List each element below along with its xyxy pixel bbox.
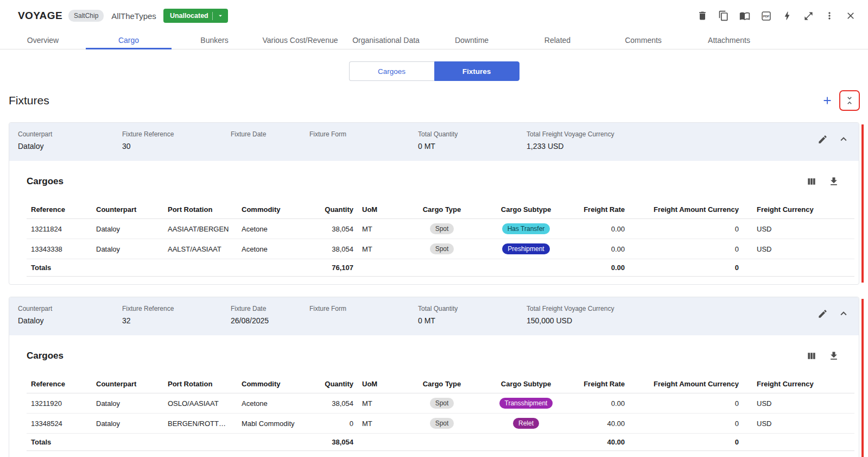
tab-comments[interactable]: Comments (600, 32, 686, 49)
more-menu-button[interactable] (823, 9, 836, 22)
annotation-line (861, 124, 864, 283)
collapse-fixture-button[interactable] (837, 133, 850, 146)
cell-port-rotation: BERGEN/ROTT… (163, 414, 237, 434)
download-button[interactable] (827, 349, 840, 362)
totals-freight-amount-currency: 0 (629, 259, 743, 277)
cell-freight-rate: 0.00 (575, 393, 629, 414)
download-icon (828, 176, 839, 187)
cell-cargo-type: Spot (407, 414, 477, 434)
field-label-total-freight: Total Freight Voyage Currency (527, 130, 816, 138)
ledger-button[interactable] (738, 9, 751, 22)
tab-organisational-data[interactable]: Organisational Data (343, 32, 429, 49)
col-cargo-subtype: Cargo Subtype (477, 374, 575, 393)
tab-bar: Overview Cargo Bunkers Various Cost/Reve… (0, 32, 868, 49)
voyage-header: VOYAGE SaltChip AllTheTypes Unallocated … (0, 0, 868, 32)
cell-freight-rate: 40.00 (575, 414, 629, 434)
cargoes-panel: Cargoes Reference Counterpart Port Rotat… (9, 335, 859, 457)
table-row[interactable]: 13343338 Dataloy AALST/AASIAAT Acetone 3… (27, 239, 854, 259)
chevron-up-icon (838, 308, 850, 320)
tab-related[interactable]: Related (515, 32, 600, 49)
flash-button[interactable] (781, 9, 794, 22)
col-port-rotation: Port Rotation (163, 200, 237, 219)
cell-reference: 13343338 (27, 239, 92, 259)
copy-button[interactable] (717, 9, 730, 22)
edit-fixture-button[interactable] (816, 307, 829, 320)
cargo-type-chip: Spot (430, 243, 454, 254)
table-row[interactable]: 13211920 Dataloy OSLO/AASIAAT Acetone 38… (27, 393, 854, 414)
collapse-fixture-button[interactable] (837, 307, 850, 320)
col-freight-currency: Freight Currency (743, 200, 854, 219)
col-port-rotation: Port Rotation (163, 374, 237, 393)
page-title: VOYAGE (18, 10, 62, 22)
field-value-fixture-form (309, 316, 418, 325)
column-settings-button[interactable] (805, 349, 818, 362)
cell-commodity: Acetone (237, 219, 313, 239)
tab-cargo[interactable]: Cargo (86, 32, 172, 49)
fixture-summary: CounterpartDataloy Fixture Reference30 F… (9, 123, 859, 161)
col-cargo-subtype: Cargo Subtype (477, 200, 575, 219)
cargoes-panel: Cargoes Reference Counterpart Port Rotat… (9, 161, 859, 284)
tab-attachments[interactable]: Attachments (686, 32, 772, 49)
cell-freight-amount-currency: 0 (629, 239, 743, 259)
cell-uom: MT (358, 393, 407, 414)
cell-cargo-type: Spot (407, 239, 477, 259)
download-icon (828, 350, 839, 361)
pdf-export-button[interactable]: PDF (759, 9, 772, 22)
fixtures-title: Fixtures (9, 94, 49, 107)
column-settings-button[interactable] (805, 175, 818, 188)
collapse-all-button[interactable] (843, 94, 856, 107)
field-label-total-freight: Total Freight Voyage Currency (527, 305, 816, 312)
cargo-table: Reference Counterpart Port Rotation Comm… (27, 200, 854, 277)
field-label-fixture-reference: Fixture Reference (122, 305, 231, 312)
field-label-fixture-form: Fixture Form (309, 305, 418, 312)
col-quantity: Quantity (313, 374, 358, 393)
trash-icon (697, 10, 708, 21)
tab-bunkers[interactable]: Bunkers (172, 32, 257, 49)
flash-icon (782, 10, 793, 21)
tab-various-cost-revenue[interactable]: Various Cost/Revenue (257, 32, 343, 49)
cell-freight-rate: 0.00 (575, 239, 629, 259)
delete-button[interactable] (696, 9, 709, 22)
cell-cargo-subtype: Relet (477, 414, 575, 434)
col-freight-amount-currency: Freight Amount Currency (629, 200, 743, 219)
saltchip-badge: SaltChip (68, 10, 104, 22)
col-freight-amount-currency: Freight Amount Currency (629, 374, 743, 393)
totals-freight-rate: 40.00 (575, 434, 629, 451)
col-reference: Reference (27, 374, 92, 393)
view-toggle: Cargoes Fixtures (0, 61, 868, 81)
columns-icon (806, 176, 817, 187)
download-button[interactable] (827, 175, 840, 188)
cell-cargo-subtype: Transshipment (477, 393, 575, 414)
cell-uom: MT (358, 219, 407, 239)
col-uom: UoM (358, 374, 407, 393)
cell-cargo-type: Spot (407, 393, 477, 414)
table-row[interactable]: 13348524 Dataloy BERGEN/ROTT… Mabl Commo… (27, 414, 854, 434)
cargo-subtype-chip: Preshipment (502, 243, 549, 254)
book-icon (739, 10, 750, 21)
status-dropdown[interactable]: Unallocated (163, 9, 228, 23)
divider (212, 12, 213, 20)
pencil-icon (818, 309, 828, 319)
field-label-fixture-date: Fixture Date (231, 305, 309, 312)
cargo-subtype-chip: Has Transfer (502, 223, 550, 234)
field-label-total-quantity: Total Quantity (418, 130, 527, 138)
toggle-cargoes[interactable]: Cargoes (349, 61, 434, 81)
field-value-total-quantity: 0 MT (418, 316, 527, 325)
cell-port-rotation: AASIAAT/BERGEN (163, 219, 237, 239)
totals-quantity: 76,107 (313, 259, 358, 277)
cell-reference: 13211920 (27, 393, 92, 414)
tab-overview[interactable]: Overview (0, 32, 86, 49)
close-button[interactable] (844, 9, 857, 22)
copy-icon (718, 10, 729, 21)
cargoes-title: Cargoes (27, 350, 64, 361)
tab-downtime[interactable]: Downtime (429, 32, 515, 49)
col-cargo-type: Cargo Type (407, 200, 477, 219)
cargo-type-chip: Spot (430, 398, 454, 409)
fixture-card: CounterpartDataloy Fixture Reference30 F… (9, 122, 859, 285)
toggle-fixtures[interactable]: Fixtures (434, 61, 519, 81)
cell-counterpart: Dataloy (92, 414, 163, 434)
table-row[interactable]: 13211824 Dataloy AASIAAT/BERGEN Acetone … (27, 219, 854, 239)
edit-fixture-button[interactable] (816, 133, 829, 146)
fullscreen-button[interactable] (802, 9, 815, 22)
add-fixture-button[interactable] (821, 94, 834, 107)
